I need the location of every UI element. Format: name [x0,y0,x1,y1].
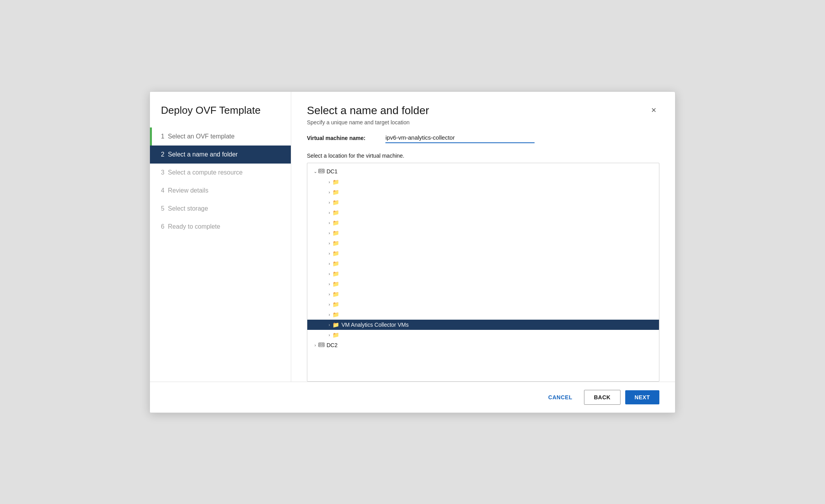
main-title: Select a name and folder [307,104,429,117]
dc2-chevron: › [312,343,318,348]
step-2-label: 2 Select a name and folder [161,151,238,158]
step-3[interactable]: 3 Select a compute resource [150,164,291,182]
f13-folder-icon: 📁 [332,301,339,307]
f16-chevron: › [326,333,332,337]
step-1[interactable]: 1 Select an OVF template [150,127,291,146]
tree-row-vm-analytics[interactable]: › 📁 VM Analytics Collector VMs [307,320,659,330]
svg-rect-2 [322,170,323,171]
tree-row-f12[interactable]: ›📁 [307,289,659,299]
tree-row-f6[interactable]: ›📁 [307,228,659,238]
tree-row-dc2[interactable]: › DC2 [307,340,659,351]
cancel-button[interactable]: CANCEL [541,390,579,404]
main-header: Select a name and folder × [307,104,659,117]
tree-row-dc1[interactable]: ⌄ DC1 [307,166,659,177]
f4-chevron: › [326,210,332,215]
dc1-icon [318,168,325,175]
f3-chevron: › [326,200,332,205]
vm-name-row: Virtual machine name: [307,133,659,143]
f12-folder-icon: 📁 [332,291,339,297]
f2-folder-icon: 📁 [332,189,339,195]
tree-row-f4[interactable]: ›📁 [307,207,659,218]
tree-row-f14[interactable]: ›📁 [307,309,659,320]
f1-folder-icon: 📁 [332,179,339,185]
f5-chevron: › [326,220,332,225]
svg-rect-5 [319,344,321,345]
tree-row-f1[interactable]: ›📁 [307,177,659,187]
vm-name-input[interactable] [385,133,535,143]
tree-row-f10[interactable]: ›📁 [307,269,659,279]
step-1-label: 1 Select an OVF template [161,133,235,140]
f14-chevron: › [326,312,332,317]
step-3-label: 3 Select a compute resource [161,169,243,176]
f14-folder-icon: 📁 [332,311,339,318]
f13-chevron: › [326,302,332,307]
tree-row-f11[interactable]: ›📁 [307,279,659,289]
steps-list: 1 Select an OVF template 2 Select a name… [150,127,291,236]
f11-folder-icon: 📁 [332,281,339,287]
f4-folder-icon: 📁 [332,209,339,216]
close-button[interactable]: × [648,104,659,116]
tree-row-f3[interactable]: ›📁 [307,197,659,207]
vm-analytics-folder-icon: 📁 [332,322,339,328]
dialog-body: Deploy OVF Template 1 Select an OVF temp… [150,92,675,382]
tree-row-f13[interactable]: ›📁 [307,299,659,309]
location-label: Select a location for the virtual machin… [307,153,659,159]
vm-analytics-label: VM Analytics Collector VMs [341,322,409,328]
dc1-label: DC1 [327,168,338,175]
f10-folder-icon: 📁 [332,271,339,277]
f5-folder-icon: 📁 [332,220,339,226]
f6-chevron: › [326,231,332,235]
f7-folder-icon: 📁 [332,240,339,246]
step-4[interactable]: 4 Review details [150,182,291,200]
f11-chevron: › [326,282,332,286]
back-button[interactable]: BACK [584,390,620,405]
f12-chevron: › [326,292,332,297]
vm-name-label: Virtual machine name: [307,135,385,141]
f2-chevron: › [326,190,332,195]
tree-row-f7[interactable]: ›📁 [307,238,659,248]
deploy-ovf-dialog: Deploy OVF Template 1 Select an OVF temp… [150,91,675,413]
step-5[interactable]: 5 Select storage [150,200,291,218]
folder-tree[interactable]: ⌄ DC1 ›📁 ›📁 ›📁 ›📁 [307,163,659,382]
f16-folder-icon: 📁 [332,332,339,338]
dialog-title: Deploy OVF Template [150,104,291,127]
main-content: Select a name and folder × Specify a uni… [291,92,675,382]
f1-chevron: › [326,180,332,184]
f3-folder-icon: 📁 [332,199,339,206]
step-5-label: 5 Select storage [161,205,208,212]
tree-row-f5[interactable]: ›📁 [307,218,659,228]
f10-chevron: › [326,271,332,276]
f7-chevron: › [326,241,332,246]
dc2-icon [318,342,325,349]
sidebar: Deploy OVF Template 1 Select an OVF temp… [150,92,291,382]
step-6[interactable]: 6 Ready to complete [150,218,291,236]
dialog-footer: CANCEL BACK NEXT [150,382,675,413]
subtitle: Specify a unique name and target locatio… [307,119,659,126]
tree-row-f8[interactable]: ›📁 [307,248,659,258]
f6-folder-icon: 📁 [332,230,339,236]
step-4-label: 4 Review details [161,187,208,194]
step-1-indicator [150,127,152,146]
dc2-label: DC2 [327,342,338,348]
dc1-chevron: ⌄ [312,169,318,174]
step-6-label: 6 Ready to complete [161,223,220,230]
next-button[interactable]: NEXT [625,390,659,404]
svg-rect-1 [319,170,321,171]
svg-rect-6 [322,344,323,345]
tree-row-f2[interactable]: ›📁 [307,187,659,197]
tree-row-f16[interactable]: ›📁 [307,330,659,340]
f8-chevron: › [326,251,332,256]
f9-chevron: › [326,261,332,266]
tree-row-f9[interactable]: ›📁 [307,258,659,269]
f8-folder-icon: 📁 [332,250,339,257]
f9-folder-icon: 📁 [332,260,339,267]
vm-analytics-chevron: › [326,322,332,327]
step-2[interactable]: 2 Select a name and folder [150,146,291,164]
